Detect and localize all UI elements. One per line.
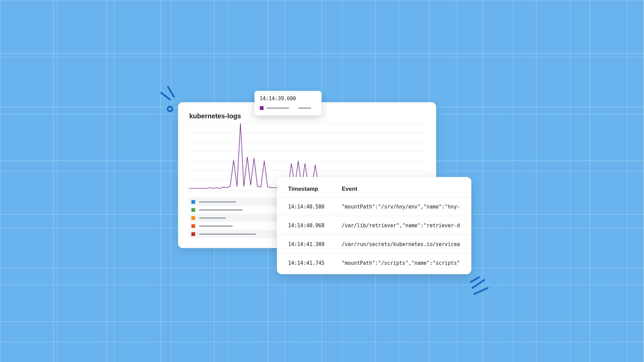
legend-swatch-icon	[191, 216, 195, 220]
tooltip-label-skeleton	[267, 108, 289, 109]
svg-line-0	[168, 87, 174, 97]
events-cell-event: "mountPath":"/scripts","name":"scripts"	[342, 260, 460, 266]
events-cell-timestamp: 14:14:41.309	[288, 241, 342, 247]
events-cell-timestamp: 14:14:41.745	[288, 260, 342, 266]
legend-label-skeleton	[199, 234, 256, 235]
legend-swatch-icon	[191, 232, 195, 236]
events-cell-timestamp: 14:14:40.968	[288, 223, 342, 229]
legend-label-skeleton	[199, 226, 233, 227]
events-header-timestamp[interactable]: Timestamp	[288, 186, 342, 192]
events-cell-timestamp: 14:14:40.580	[288, 204, 342, 210]
events-header-row: Timestamp Event	[277, 186, 471, 197]
events-row[interactable]: 14:14:40.968 /var/lib/retriever","name":…	[277, 216, 471, 235]
legend-label-skeleton	[199, 201, 236, 202]
chart-tooltip: 14:14:39.600	[254, 91, 321, 115]
legend	[189, 198, 290, 238]
stage: kubernetes-logs	[81, 45, 564, 317]
legend-label-skeleton	[199, 218, 226, 219]
legend-item[interactable]	[189, 198, 290, 206]
svg-line-3	[472, 280, 484, 288]
events-row[interactable]: 14:14:41.745 "mountPath":"/scripts","nam…	[277, 253, 471, 272]
events-cell-event: /var/run/secrets/kubernetes.io/serviceac…	[342, 241, 460, 247]
events-row[interactable]: 14:14:40.580 "mountPath":"/srv/hny/env",…	[277, 197, 471, 216]
events-cell-event: /var/lib/retriever","name":"retriever-da…	[342, 223, 460, 229]
legend-item[interactable]	[189, 222, 290, 230]
legend-swatch-icon	[191, 224, 195, 228]
tooltip-timestamp: 14:14:39.600	[260, 96, 316, 102]
tooltip-series-swatch-icon	[260, 106, 264, 110]
svg-line-1	[161, 93, 170, 100]
events-header-event[interactable]: Event	[342, 186, 460, 192]
legend-swatch-icon	[191, 208, 195, 212]
events-row[interactable]: 14:14:41.309 /var/run/secrets/kubernetes…	[277, 235, 471, 253]
legend-item[interactable]	[189, 214, 290, 222]
svg-line-4	[474, 288, 488, 294]
legend-item[interactable]	[189, 206, 290, 214]
events-card: Timestamp Event 14:14:40.580 "mountPath"…	[277, 177, 471, 274]
legend-label-skeleton	[199, 209, 243, 210]
svg-point-2	[168, 107, 172, 111]
tooltip-value-skeleton	[298, 108, 311, 109]
decoration-burst-bottom-right	[469, 277, 496, 300]
legend-swatch-icon	[191, 200, 195, 204]
svg-line-5	[471, 277, 479, 282]
legend-item[interactable]	[189, 230, 290, 238]
events-cell-event: "mountPath":"/srv/hny/env","name":"hny-m…	[342, 204, 460, 210]
